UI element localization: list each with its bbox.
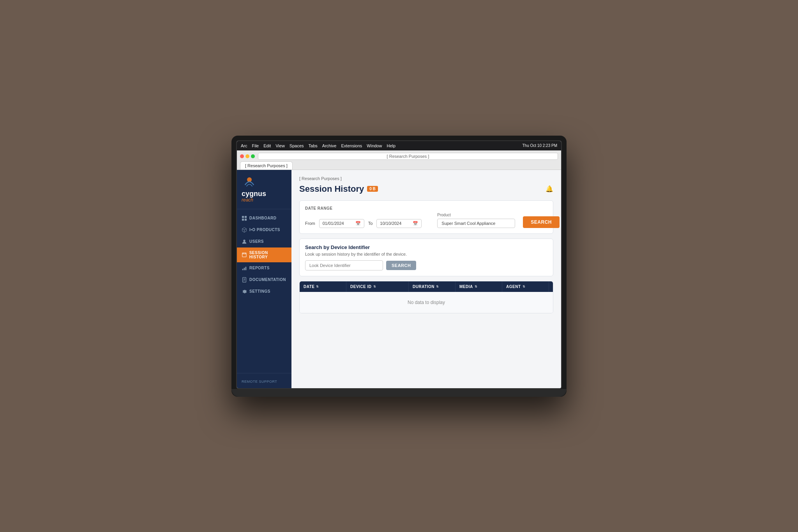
logo-sub-text: reach	[242, 197, 287, 203]
menu-help[interactable]: Help	[387, 143, 395, 148]
menu-window[interactable]: Window	[367, 143, 382, 148]
chart-icon	[242, 265, 247, 271]
sidebar-item-reports[interactable]: Reports	[237, 262, 291, 274]
laptop-base	[231, 389, 567, 397]
sidebar-item-documentation[interactable]: Documentation	[237, 274, 291, 286]
svg-rect-6	[242, 253, 246, 256]
calendar-icon-2: 📅	[413, 221, 418, 226]
th-product[interactable]: PRODUCT ⇅	[549, 281, 553, 292]
sidebar-item-session-history[interactable]: Session History	[237, 247, 291, 262]
th-agent[interactable]: AGENT ⇅	[502, 281, 549, 292]
browser-toolbar: [ Research Purposes ]	[240, 153, 558, 160]
menu-view[interactable]: View	[275, 143, 285, 148]
screen: Arc File Edit View Spaces Tabs Archive E…	[236, 140, 562, 389]
cygnus-logo-icon	[242, 176, 257, 188]
to-date-input[interactable]: 📅	[376, 219, 422, 228]
th-date-label: DATE	[304, 285, 314, 289]
menu-arc[interactable]: Arc	[241, 143, 247, 148]
menu-extensions[interactable]: Extensions	[341, 143, 362, 148]
th-media-label: MEDIA	[459, 285, 473, 289]
calendar-icon: 📅	[355, 221, 361, 226]
top-search-row: From 📅 To 📅 Produ	[305, 213, 547, 228]
th-agent-label: AGENT	[506, 285, 521, 289]
menu-bar: Arc File Edit View Spaces Tabs Archive E…	[237, 141, 561, 150]
sidebar-logo: cygnus reach	[237, 170, 291, 209]
window-controls	[240, 154, 255, 158]
sidebar-item-dashboard[interactable]: Dashboard	[237, 212, 291, 224]
sidebar-item-settings[interactable]: Settings	[237, 286, 291, 297]
nav-divider	[237, 373, 291, 373]
menu-file[interactable]: File	[252, 143, 259, 148]
svg-rect-2	[245, 216, 247, 217]
results-table: DATE ⇅ DEVICE ID ⇅ DURATION ⇅ MEDIA	[299, 281, 553, 313]
device-identifier-input[interactable]	[305, 260, 383, 270]
sort-media-icon: ⇅	[475, 285, 478, 288]
page-header: Session History 0 B 🔔	[299, 184, 553, 194]
from-date-field[interactable]	[323, 221, 354, 226]
th-media[interactable]: MEDIA ⇅	[455, 281, 502, 292]
device-search-title: Search by Device Identifier	[305, 244, 547, 250]
menu-tabs[interactable]: Tabs	[309, 143, 318, 148]
menu-bar-right: Thu Oct 10 2:23 PM	[523, 143, 558, 148]
sidebar: cygnus reach Dashboard	[237, 170, 291, 388]
bell-icon[interactable]: 🔔	[546, 185, 553, 193]
from-label: From	[305, 221, 315, 226]
logo-main-text: cygnus	[242, 190, 287, 197]
date-range-label: Date Range	[305, 206, 547, 210]
to-date-field[interactable]	[380, 221, 411, 226]
menu-edit[interactable]: Edit	[263, 143, 271, 148]
research-banner: [ Research Purposes ]	[299, 176, 553, 181]
close-button[interactable]	[240, 154, 244, 158]
device-search-panel: Search by Device Identifier Look up sess…	[299, 239, 553, 276]
remote-support-item[interactable]: Remote Support	[237, 375, 291, 388]
minimize-button[interactable]	[245, 154, 249, 158]
sidebar-item-users[interactable]: Users	[237, 236, 291, 247]
app-container: cygnus reach Dashboard	[237, 170, 561, 388]
doc-icon	[242, 277, 247, 283]
main-search-button[interactable]: SEARCH	[523, 216, 560, 228]
menu-spaces[interactable]: Spaces	[290, 143, 304, 148]
browser-tabs: [ Research Purposes ]	[240, 161, 558, 170]
sidebar-users-label: Users	[249, 239, 264, 244]
user-icon	[242, 239, 247, 244]
page-title: Session History	[299, 184, 364, 194]
device-search-button[interactable]: SEARCH	[386, 261, 416, 270]
svg-rect-8	[244, 268, 245, 270]
page-badge: 0 B	[367, 186, 378, 192]
browser-tab-active[interactable]: [ Research Purposes ]	[240, 161, 293, 170]
product-label: Product	[437, 213, 515, 217]
th-duration-label: DURATION	[413, 285, 434, 289]
date-range-panel: Date Range From 📅 To 📅	[299, 200, 553, 234]
sidebar-documentation-label: Documentation	[249, 277, 286, 282]
sidebar-item-products[interactable]: I•O Products	[237, 224, 291, 236]
maximize-button[interactable]	[251, 154, 255, 158]
sidebar-settings-label: Settings	[249, 289, 270, 293]
th-date[interactable]: DATE ⇅	[300, 281, 346, 292]
sidebar-dashboard-label: Dashboard	[249, 216, 277, 220]
product-select[interactable]: Super Smart Cool Appliance	[437, 219, 515, 228]
sidebar-session-label: Session History	[249, 251, 287, 259]
sidebar-reports-label: Reports	[249, 266, 270, 270]
device-search-description: Look up session history by the identifie…	[305, 252, 547, 256]
svg-rect-7	[242, 269, 244, 270]
th-device-id[interactable]: DEVICE ID ⇅	[346, 281, 409, 292]
no-data-message: No data to display	[300, 292, 553, 313]
remote-support-label: Remote Support	[242, 380, 277, 384]
menu-archive[interactable]: Archive	[322, 143, 337, 148]
svg-rect-4	[245, 218, 247, 220]
sidebar-products-label: I•O Products	[249, 228, 280, 232]
nav-items: Dashboard I•O Products Users	[237, 209, 291, 371]
box-icon	[242, 227, 247, 233]
grid-icon	[242, 216, 247, 221]
table-header: DATE ⇅ DEVICE ID ⇅ DURATION ⇅ MEDIA	[300, 281, 553, 292]
main-content: [ Research Purposes ] Session History 0 …	[291, 170, 561, 388]
gear-icon	[242, 289, 247, 294]
th-duration[interactable]: DURATION ⇅	[409, 281, 455, 292]
product-section: Product Super Smart Cool Appliance	[437, 213, 515, 228]
clock-icon	[242, 252, 247, 258]
address-bar[interactable]: [ Research Purposes ]	[258, 153, 558, 160]
svg-rect-3	[242, 218, 244, 220]
menu-bar-left: Arc File Edit View Spaces Tabs Archive E…	[241, 143, 519, 148]
from-date-input[interactable]: 📅	[319, 219, 364, 228]
th-device-label: DEVICE ID	[350, 285, 372, 289]
